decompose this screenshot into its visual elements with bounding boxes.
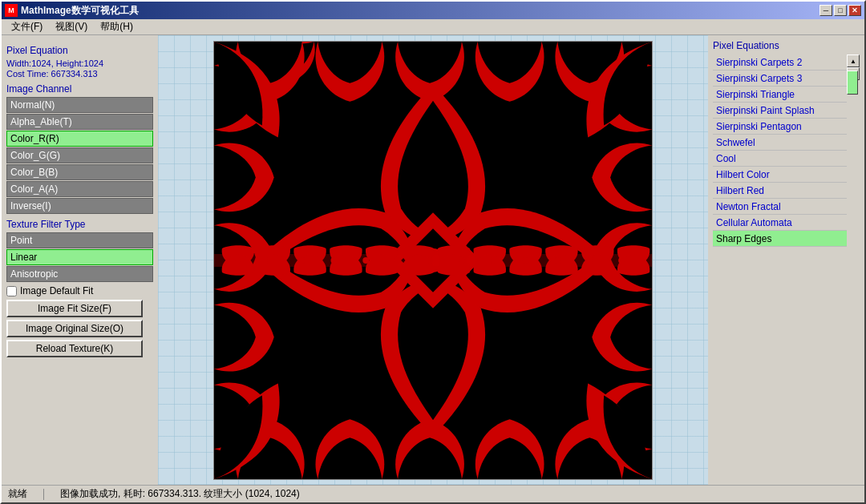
channel-color-g[interactable]: Color_G(G): [6, 147, 153, 163]
status-bar: 就绪 图像加载成功, 耗时: 667334.313. 纹理大小 (1024, 1…: [2, 485, 864, 502]
menu-help[interactable]: 帮助(H): [94, 18, 140, 35]
texture-anisotropic[interactable]: Anisotropic: [6, 266, 153, 282]
svg-point-8: [299, 257, 306, 264]
default-fit-checkbox[interactable]: [6, 286, 17, 296]
eq-sharp-edges[interactable]: Sharp Edges: [713, 231, 847, 247]
eq-newton-fractal[interactable]: Newton Fractal: [713, 199, 847, 215]
status-message: 图像加载成功, 耗时: 667334.313. 纹理大小 (1024, 1024…: [60, 487, 300, 501]
eq-hilbert-red[interactable]: Hilbert Red: [713, 183, 847, 199]
svg-point-10: [362, 257, 369, 264]
texture-list: Point Linear Anisotropic: [6, 232, 153, 282]
channel-color-b[interactable]: Color_B(B): [6, 164, 153, 180]
equations-list: Sierpinski Carpets 2 Sierpinski Carpets …: [713, 54, 847, 247]
right-panel: Pixel Equations Sierpinski Carpets 2 Sie…: [708, 35, 864, 485]
svg-point-11: [395, 257, 401, 264]
status-ready: 就绪: [8, 487, 27, 501]
scroll-thumb[interactable]: [847, 71, 858, 95]
default-fit-label: Image Default Fit: [20, 285, 93, 296]
menu-view[interactable]: 视图(V): [49, 18, 94, 35]
svg-point-15: [523, 257, 529, 264]
maximize-button[interactable]: □: [834, 5, 847, 16]
close-button[interactable]: ✕: [848, 5, 861, 16]
equations-scrollbar[interactable]: ▲ ▼: [847, 54, 860, 80]
title-bar: M MathImage数学可视化工具 ─ □ ✕: [2, 2, 864, 19]
svg-point-9: [330, 257, 337, 264]
menu-file[interactable]: 文件(F): [5, 18, 49, 35]
texture-linear[interactable]: Linear: [6, 249, 153, 265]
cost-time-info: Cost Time: 667334.313: [6, 69, 153, 79]
channel-alpha[interactable]: Alpha_Able(T): [6, 114, 153, 130]
texture-point[interactable]: Point: [6, 232, 153, 248]
title-bar-left: M MathImage数学可视化工具: [5, 4, 139, 18]
svg-point-7: [267, 257, 273, 264]
eq-sierpinski-carpets-3[interactable]: Sierpinski Carpets 3: [713, 71, 847, 87]
window-title: MathImage数学可视化工具: [21, 4, 139, 18]
main-window: M MathImage数学可视化工具 ─ □ ✕ 文件(F) 视图(V) 帮助(…: [0, 0, 866, 504]
eq-cool[interactable]: Cool: [713, 151, 847, 167]
eq-hilbert-color[interactable]: Hilbert Color: [713, 167, 847, 183]
eq-sierpinski-pentagon[interactable]: Sierpinski Pentagon: [713, 119, 847, 135]
channel-normal[interactable]: Normal(N): [6, 97, 153, 113]
eq-sierpinski-triangle[interactable]: Sierpinski Triangle: [713, 87, 847, 103]
reload-texture-button[interactable]: Reload Texture(K): [6, 340, 143, 357]
left-panel: Pixel Equation Width:1024, Height:1024 C…: [2, 35, 158, 485]
svg-point-14: [491, 257, 497, 264]
svg-point-17: [586, 257, 593, 264]
eq-sierpinski-carpets-2[interactable]: Sierpinski Carpets 2: [713, 54, 847, 71]
scroll-up-button[interactable]: ▲: [847, 54, 860, 67]
fractal-display: [213, 41, 653, 480]
title-buttons: ─ □ ✕: [819, 5, 861, 16]
equations-list-container: Sierpinski Carpets 2 Sierpinski Carpets …: [713, 54, 860, 480]
eq-sierpinski-paint-splash[interactable]: Sierpinski Paint Splash: [713, 103, 847, 119]
original-size-button[interactable]: Image Original Size(O): [6, 320, 143, 337]
minimize-button[interactable]: ─: [819, 5, 832, 16]
fit-size-button[interactable]: Image Fit Size(F): [6, 300, 143, 317]
status-divider: [43, 489, 44, 500]
canvas-area: [158, 35, 708, 485]
channel-list: Normal(N) Alpha_Able(T) Color_R(R) Color…: [6, 97, 153, 214]
app-icon: M: [5, 4, 18, 17]
svg-point-16: [554, 257, 560, 264]
channel-color-a[interactable]: Color_A(A): [6, 181, 153, 197]
eq-cellular-automata[interactable]: Cellular Automata: [713, 215, 847, 231]
pixel-equation-label: Pixel Equation: [6, 45, 153, 56]
default-fit-row: Image Default Fit: [6, 285, 153, 296]
channel-color-r[interactable]: Color_R(R): [6, 131, 153, 147]
fractal-svg: [214, 42, 652, 479]
pixel-equations-header: Pixel Equations: [713, 40, 860, 51]
svg-point-18: [618, 257, 625, 264]
svg-point-12: [427, 257, 433, 264]
channel-inverse[interactable]: Inverse(I): [6, 198, 153, 214]
eq-schwefel[interactable]: Schwefel: [713, 135, 847, 151]
svg-point-13: [459, 257, 465, 264]
width-height-info: Width:1024, Height:1024: [6, 58, 153, 68]
svg-point-6: [235, 257, 241, 264]
menu-bar: 文件(F) 视图(V) 帮助(H): [2, 19, 864, 35]
main-layout: Pixel Equation Width:1024, Height:1024 C…: [2, 35, 864, 485]
texture-filter-label: Texture Filter Type: [6, 219, 153, 230]
image-channel-label: Image Channel: [6, 83, 153, 95]
